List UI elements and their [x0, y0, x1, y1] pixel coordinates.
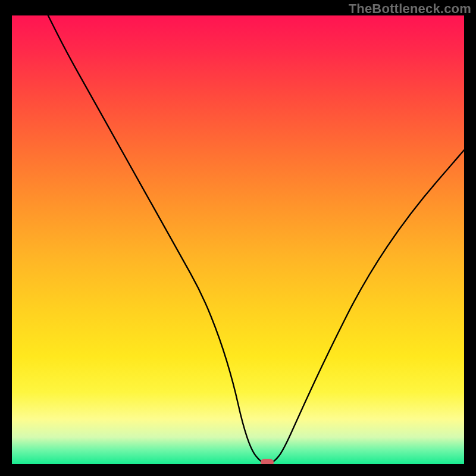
chart-frame: TheBottleneck.com [0, 0, 476, 476]
minimum-marker [261, 459, 274, 464]
bottleneck-curve [12, 15, 464, 464]
watermark-text: TheBottleneck.com [349, 1, 471, 17]
plot-area [12, 15, 464, 464]
